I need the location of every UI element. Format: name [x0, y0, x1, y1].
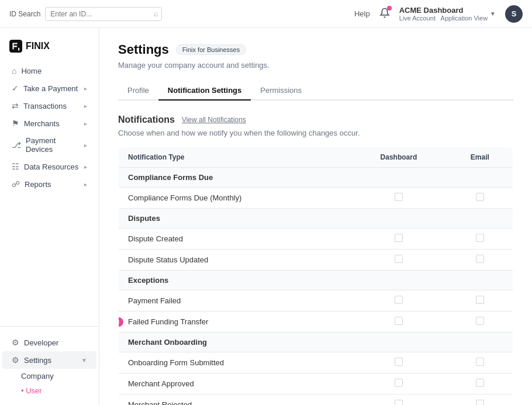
- notification-label: Dispute Created: [119, 229, 351, 250]
- topbar-left: ID Search ⌕: [9, 7, 162, 21]
- dashboard-checkbox-cell: [350, 250, 447, 271]
- sidebar-item-developer[interactable]: ⚙ Developer: [2, 334, 96, 351]
- table-row: Dispute Status Updated: [119, 250, 513, 271]
- email-checkbox[interactable]: [476, 358, 484, 366]
- sidebar-sub-item-user[interactable]: • User: [0, 383, 99, 398]
- chevron-right-icon: ▸: [84, 120, 87, 127]
- app-body: FINIX ⌂ Home ✓ Take a Payment ▸ ⇄ Transa…: [0, 28, 532, 405]
- tab-profile[interactable]: Profile: [118, 81, 158, 101]
- notification-label: Merchant Rejected: [119, 394, 351, 406]
- dashboard-checkbox[interactable]: [395, 358, 403, 366]
- sub-item-bullet: •: [21, 386, 26, 395]
- sidebar-item-label: Home: [21, 67, 42, 75]
- dashboard-checkbox[interactable]: [395, 379, 403, 387]
- sidebar-item-label: Data Resources: [24, 162, 78, 171]
- sidebar-item-data-resources[interactable]: ☷ Data Resources ▸: [2, 158, 96, 175]
- merchants-icon: ⚑: [12, 119, 19, 128]
- dashboard-checkbox-cell: [350, 394, 447, 406]
- account-text: ACME Dashboard Live Account Application …: [399, 6, 488, 22]
- id-search-label: ID Search: [9, 10, 40, 18]
- tabs: Profile Notification Settings Permission…: [118, 81, 513, 101]
- dashboard-checkbox[interactable]: [395, 255, 403, 263]
- account-chevron-icon: ▼: [490, 11, 496, 17]
- email-checkbox-cell: [447, 373, 513, 394]
- category-label: Merchant Onboarding: [119, 333, 513, 352]
- col-email: Email: [447, 147, 513, 168]
- page-subtitle: Manage your company account and settings…: [118, 61, 513, 70]
- sidebar-item-payment-devices[interactable]: ⎇ Payment Devices ▸: [2, 132, 96, 158]
- sidebar-item-transactions[interactable]: ⇄ Transactions ▸: [2, 97, 96, 115]
- sidebar-item-label: Developer: [24, 338, 58, 347]
- notification-label: !Failed Funding Transfer: [119, 311, 351, 333]
- sidebar-sub-item-company[interactable]: Company: [0, 369, 99, 383]
- email-checkbox[interactable]: [476, 234, 484, 242]
- email-checkbox-cell: [447, 394, 513, 406]
- settings-icon: ⚙: [12, 355, 19, 365]
- reports-icon: ☍: [12, 179, 20, 189]
- logo-mark: FINIX: [9, 40, 89, 53]
- dashboard-checkbox-cell: [350, 290, 447, 311]
- notification-label: Compliance Forms Due (Monthly): [119, 188, 351, 209]
- search-input[interactable]: [45, 7, 162, 21]
- notification-bell[interactable]: [379, 8, 390, 20]
- chevron-right-icon: ▸: [84, 142, 87, 148]
- indicator-dot: !: [118, 317, 123, 327]
- view-all-link[interactable]: View all Notifications: [182, 116, 246, 124]
- data-icon: ☷: [12, 162, 19, 171]
- email-checkbox-cell: [447, 352, 513, 373]
- sidebar-item-label: Transactions: [23, 102, 67, 110]
- sidebar: FINIX ⌂ Home ✓ Take a Payment ▸ ⇄ Transa…: [0, 28, 99, 405]
- account-info[interactable]: ACME Dashboard Live Account Application …: [399, 6, 496, 22]
- search-icon: ⌕: [154, 9, 158, 18]
- col-dashboard: Dashboard: [350, 147, 447, 168]
- category-label: Disputes: [119, 209, 513, 229]
- sidebar-item-settings[interactable]: ⚙ Settings ▼: [2, 351, 96, 369]
- sidebar-item-label: Payment Devices: [26, 136, 84, 154]
- chevron-right-icon: ▸: [84, 85, 87, 92]
- dashboard-checkbox[interactable]: [395, 317, 403, 325]
- email-checkbox[interactable]: [476, 193, 484, 201]
- email-checkbox-cell: [447, 290, 513, 311]
- logo-text: FINIX: [26, 41, 50, 51]
- email-checkbox[interactable]: [476, 255, 484, 263]
- email-checkbox[interactable]: [476, 379, 484, 387]
- chevron-right-icon: ▸: [84, 103, 87, 109]
- svg-rect-1: [18, 48, 19, 51]
- chevron-down-icon: ▼: [81, 357, 87, 364]
- table-row: !Failed Funding Transfer: [119, 311, 513, 333]
- sidebar-item-home[interactable]: ⌂ Home: [2, 62, 96, 79]
- section-title: Notifications: [118, 115, 175, 125]
- tab-permissions[interactable]: Permissions: [251, 81, 311, 101]
- dashboard-checkbox[interactable]: [395, 296, 403, 304]
- dashboard-checkbox-cell: [350, 352, 447, 373]
- sidebar-item-reports[interactable]: ☍ Reports ▸: [2, 175, 96, 193]
- dashboard-checkbox-cell: [350, 373, 447, 394]
- dashboard-checkbox[interactable]: [395, 193, 403, 201]
- dashboard-checkbox[interactable]: [395, 400, 403, 405]
- table-row: Compliance Forms Due (Monthly): [119, 188, 513, 209]
- table-category-row: Exceptions: [119, 271, 513, 290]
- notification-dot: [387, 6, 392, 11]
- table-category-row: Compliance Forms Due: [119, 168, 513, 188]
- tab-notification-settings[interactable]: Notification Settings: [158, 81, 251, 101]
- sidebar-item-take-a-payment[interactable]: ✓ Take a Payment ▸: [2, 79, 96, 97]
- dashboard-checkbox[interactable]: [395, 234, 403, 242]
- page-header: Settings Finix for Businesses: [118, 42, 513, 57]
- sidebar-item-label: Settings: [24, 356, 51, 365]
- sidebar-item-label: Reports: [25, 180, 51, 189]
- notification-label: Merchant Approved: [119, 373, 351, 394]
- table-row: Onboarding Form Submitted: [119, 352, 513, 373]
- category-label: Compliance Forms Due: [119, 168, 513, 188]
- dashboard-checkbox-cell: [350, 311, 447, 333]
- col-type: Notification Type: [119, 147, 351, 168]
- table-header-row: Notification Type Dashboard Email: [119, 147, 513, 168]
- email-checkbox[interactable]: [476, 400, 484, 405]
- sidebar-item-merchants[interactable]: ⚑ Merchants ▸: [2, 115, 96, 132]
- main-content: Settings Finix for Businesses Manage you…: [99, 28, 532, 405]
- email-checkbox[interactable]: [476, 296, 484, 304]
- finix-logo-icon: [9, 40, 22, 53]
- email-checkbox[interactable]: [476, 317, 484, 325]
- help-link[interactable]: Help: [354, 9, 370, 18]
- transactions-icon: ⇄: [12, 101, 19, 110]
- table-row: Merchant Approved: [119, 373, 513, 394]
